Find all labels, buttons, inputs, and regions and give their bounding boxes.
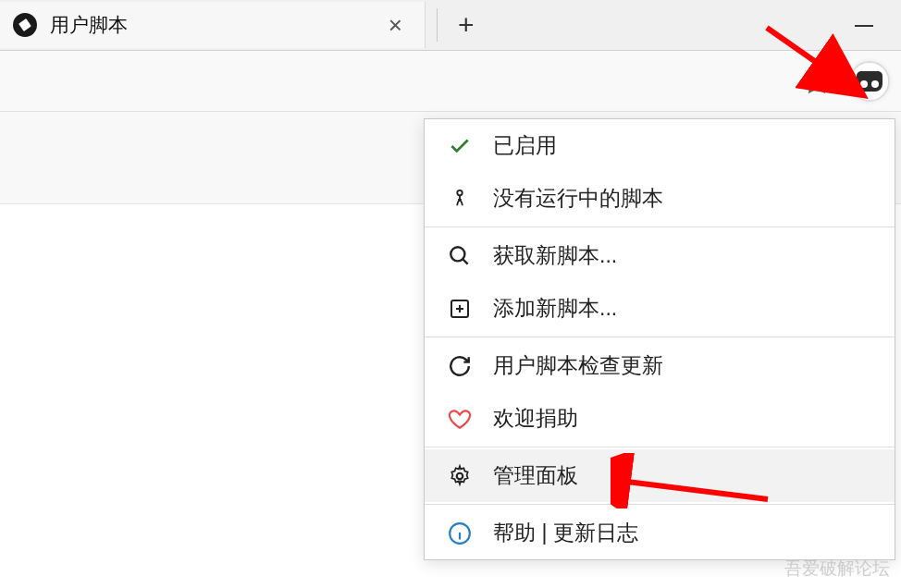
search-icon <box>447 243 473 269</box>
menu-label: 用户脚本检查更新 <box>493 351 663 380</box>
close-tab-button[interactable]: × <box>383 11 408 40</box>
menu-label: 获取新脚本... <box>493 241 617 270</box>
tab-strip: 用户脚本 × + <box>0 0 901 51</box>
menu-divider <box>425 447 895 447</box>
svg-point-1 <box>450 247 464 261</box>
browser-tab[interactable]: 用户脚本 × <box>0 2 426 48</box>
menu-enabled[interactable]: 已启用 <box>425 119 895 172</box>
menu-donate[interactable]: 欢迎捐助 <box>425 392 895 445</box>
menu-label: 添加新脚本... <box>493 294 617 323</box>
menu-dashboard[interactable]: 管理面板 <box>425 449 895 502</box>
menu-label: 帮助 | 更新日志 <box>493 519 638 547</box>
info-icon <box>447 521 473 546</box>
minimize-button[interactable] <box>855 25 873 27</box>
svg-point-0 <box>457 190 463 195</box>
gear-icon <box>447 463 473 489</box>
extension-dropdown-menu: 已启用 没有运行中的脚本 获取新脚本... 添加新脚本... 用户脚本检查更新 … <box>424 118 895 560</box>
menu-no-running-scripts[interactable]: 没有运行中的脚本 <box>425 172 895 225</box>
favicon-tampermonkey-icon <box>13 13 37 37</box>
menu-add-new-script[interactable]: 添加新脚本... <box>425 282 895 335</box>
watermark-text: 吾爱破解论坛 <box>784 557 890 581</box>
script-icon <box>447 186 473 212</box>
menu-label: 已启用 <box>493 131 557 160</box>
new-tab-button[interactable]: + <box>449 9 484 41</box>
menu-label: 管理面板 <box>493 461 578 490</box>
refresh-icon <box>447 353 473 379</box>
window-controls <box>855 0 873 51</box>
menu-help-changelog[interactable]: 帮助 | 更新日志 <box>425 507 895 559</box>
extension-tampermonkey-icon[interactable] <box>849 61 890 102</box>
check-icon <box>447 133 473 159</box>
plus-box-icon <box>447 296 473 322</box>
menu-divider <box>425 504 895 505</box>
menu-get-new-scripts[interactable]: 获取新脚本... <box>425 229 895 282</box>
menu-check-updates[interactable]: 用户脚本检查更新 <box>425 339 895 392</box>
menu-label: 没有运行中的脚本 <box>493 184 663 213</box>
menu-divider <box>425 227 895 227</box>
menu-label: 欢迎捐助 <box>493 404 578 433</box>
tab-title: 用户脚本 <box>50 12 128 38</box>
bookmark-star-icon[interactable] <box>803 67 831 95</box>
menu-divider <box>425 337 895 337</box>
address-bar <box>0 51 901 112</box>
tab-divider <box>437 8 438 42</box>
heart-icon <box>447 406 473 432</box>
svg-point-3 <box>457 472 463 479</box>
